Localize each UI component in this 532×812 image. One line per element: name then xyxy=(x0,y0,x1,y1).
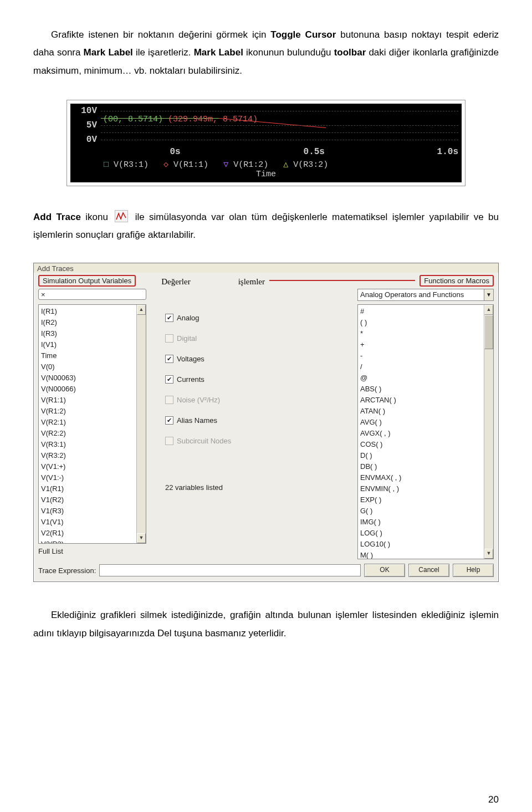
dialog-title: Add Traces xyxy=(34,263,498,273)
cancel-button[interactable]: Cancel xyxy=(408,564,449,577)
add-traces-dialog: Add Traces Simulation Output Variables D… xyxy=(33,263,499,582)
list-item[interactable]: V(R2:2) xyxy=(41,428,134,439)
list-item[interactable]: - xyxy=(360,350,482,361)
text: ikonu xyxy=(81,212,112,222)
section-sim-output-vars: Simulation Output Variables xyxy=(38,275,136,287)
list-item[interactable]: I(R3) xyxy=(41,328,134,339)
list-item[interactable]: D( ) xyxy=(360,450,482,461)
list-item[interactable]: I(R2) xyxy=(41,317,134,328)
list-item[interactable]: V2(R2) xyxy=(41,539,134,543)
list-item[interactable]: V(N00063) xyxy=(41,372,134,384)
checkbox-alias-names[interactable]: ✔Alias Names xyxy=(165,416,350,425)
paragraph-2: Add Trace ikonu ile simülasyonda var ola… xyxy=(33,208,499,244)
list-item[interactable]: * xyxy=(360,328,482,339)
ok-button[interactable]: OK xyxy=(364,564,405,577)
y-tick-0v: 0V xyxy=(74,135,100,145)
term-add-trace: Add Trace xyxy=(33,212,81,222)
x-axis-label: Time xyxy=(74,170,458,179)
legend-1: V(R3:1) xyxy=(114,160,149,170)
variables-listbox[interactable]: I(R1)I(R2)I(R3)I(V1)TimeV(0)V(N00063)V(N… xyxy=(38,304,146,544)
paragraph-3: Eklediğiniz grafikleri silmek istediğini… xyxy=(33,606,499,642)
help-button[interactable]: Help xyxy=(453,564,494,577)
list-item[interactable]: V1(R3) xyxy=(41,505,134,517)
x-tick-mid: 0.5s xyxy=(266,147,362,157)
functions-combo[interactable]: Analog Operators and Functions xyxy=(357,289,484,301)
list-item[interactable]: ARCTAN( ) xyxy=(360,395,482,406)
scroll-up-icon[interactable]: ▲ xyxy=(484,305,493,315)
list-item[interactable]: V1(R1) xyxy=(41,483,134,494)
functions-listbox[interactable]: #( )*+-/@ABS( )ARCTAN( )ATAN( )AVG( )AVG… xyxy=(357,304,494,559)
marker-1: (00, 8.5714) xyxy=(103,115,163,124)
list-item[interactable]: V(N00066) xyxy=(41,384,134,395)
section-functions-macros: Functions or Macros xyxy=(420,275,494,287)
list-item[interactable]: LOG10( ) xyxy=(360,539,482,550)
list-item[interactable]: V(V1:+) xyxy=(41,461,134,472)
list-item[interactable]: V(V1:-) xyxy=(41,472,134,483)
checkbox-analog[interactable]: ✔Analog xyxy=(165,314,350,322)
list-item[interactable]: ENVMIN( , ) xyxy=(360,483,482,494)
scroll-thumb[interactable] xyxy=(484,315,493,349)
annotation-degerler: Değerler xyxy=(161,277,190,287)
list-item[interactable]: ( ) xyxy=(360,317,482,328)
list-item[interactable]: / xyxy=(360,361,482,372)
list-item[interactable]: V(R3:1) xyxy=(41,439,134,450)
checkbox-noise: Noise (V²/Hz) xyxy=(165,396,350,404)
scrollbar[interactable]: ▲ ▼ xyxy=(136,305,146,543)
scroll-down-icon[interactable]: ▼ xyxy=(484,549,493,559)
list-item[interactable]: EXP( ) xyxy=(360,494,482,505)
list-item[interactable]: LOG( ) xyxy=(360,528,482,539)
list-item[interactable]: V1(V1) xyxy=(41,517,134,528)
legend-2: V(R1:1) xyxy=(173,160,208,170)
legend-4: V(R3:2) xyxy=(293,160,328,170)
text: ikonunun bulunduğu xyxy=(243,47,334,58)
variable-filter-input[interactable]: × xyxy=(38,289,146,300)
list-item[interactable]: M( ) xyxy=(360,550,482,559)
list-item[interactable]: V(R1:1) xyxy=(41,395,134,406)
list-item[interactable]: IMG( ) xyxy=(360,517,482,528)
list-item[interactable]: + xyxy=(360,339,482,350)
scroll-up-icon[interactable]: ▲ xyxy=(137,305,146,315)
waveform-plot-screenshot: 10V 5V (00, 8.5714) (329.949m, 8.5714) xyxy=(66,100,466,186)
annotation-connector-line xyxy=(269,280,415,281)
list-item[interactable]: V(R2:1) xyxy=(41,417,134,428)
checkbox-voltages[interactable]: ✔Voltages xyxy=(165,355,350,363)
list-item[interactable]: V2(R1) xyxy=(41,528,134,539)
checkbox-currents[interactable]: ✔Currents xyxy=(165,375,350,384)
x-tick-start: 0s xyxy=(170,147,267,157)
term-toolbar: toolbar xyxy=(334,47,366,58)
legend-3: V(R1:2) xyxy=(233,160,268,170)
legend-marker-icon: △ xyxy=(283,160,288,170)
list-item[interactable]: V(0) xyxy=(41,361,134,372)
list-item[interactable]: ABS( ) xyxy=(360,384,482,395)
chevron-down-icon[interactable]: ▼ xyxy=(484,289,494,301)
list-item[interactable]: DB( ) xyxy=(360,461,482,472)
list-item[interactable]: V(R1:2) xyxy=(41,406,134,417)
paragraph-1: Grafikte istenen bir noktanın değerini g… xyxy=(33,26,499,80)
scroll-down-icon[interactable]: ▼ xyxy=(137,533,146,543)
term-mark-label: Mark Label xyxy=(84,47,133,58)
variables-count: 22 variables listed xyxy=(165,483,350,492)
list-item[interactable]: # xyxy=(360,306,482,317)
text: Grafikte istenen bir noktanın değerini g… xyxy=(51,29,270,40)
scrollbar[interactable]: ▲ ▼ xyxy=(484,305,493,559)
legend-marker-icon: ▽ xyxy=(223,160,228,170)
checkbox-digital: Digital xyxy=(165,334,350,343)
list-item[interactable]: Time xyxy=(41,350,134,361)
legend-marker-icon: ◇ xyxy=(163,160,168,170)
list-item[interactable]: ATAN( ) xyxy=(360,406,482,417)
list-item[interactable]: AVG( ) xyxy=(360,417,482,428)
list-item[interactable]: I(V1) xyxy=(41,339,134,350)
list-item[interactable]: @ xyxy=(360,372,482,384)
legend-marker-icon: □ xyxy=(104,160,109,170)
x-tick-end: 1.0s xyxy=(362,147,459,157)
list-item[interactable]: G( ) xyxy=(360,505,482,517)
marker-2: (329.949m, 8.5714) xyxy=(168,115,258,124)
list-item[interactable]: V(R3:2) xyxy=(41,450,134,461)
list-item[interactable]: AVGX( , ) xyxy=(360,428,482,439)
list-item[interactable]: V1(R2) xyxy=(41,494,134,505)
list-item[interactable]: COS( ) xyxy=(360,439,482,450)
trace-expression-input[interactable] xyxy=(99,564,361,576)
list-item[interactable]: ENVMAX( , ) xyxy=(360,472,482,483)
checkbox-subcircuit-nodes: Subcircuit Nodes xyxy=(165,437,350,445)
list-item[interactable]: I(R1) xyxy=(41,306,134,317)
